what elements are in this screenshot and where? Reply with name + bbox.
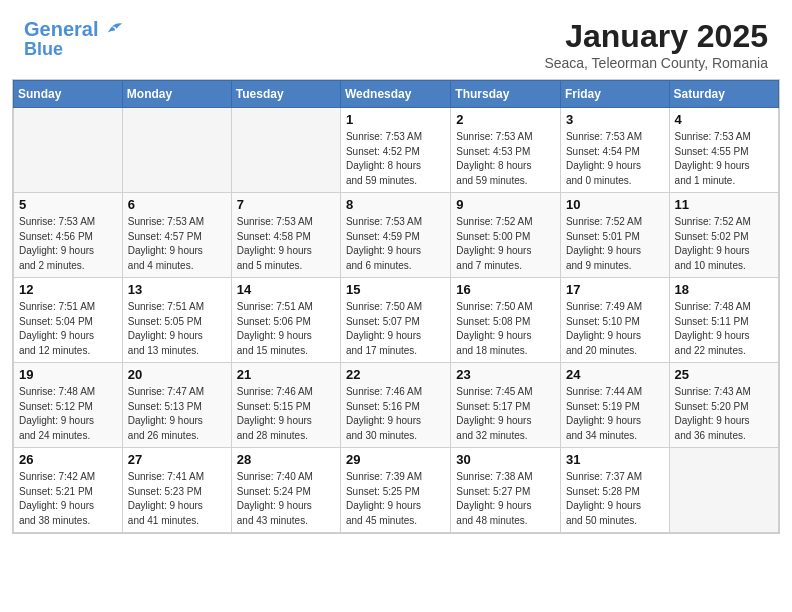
day-number: 2 [456, 112, 555, 127]
week-row-1: 1Sunrise: 7:53 AM Sunset: 4:52 PM Daylig… [14, 108, 779, 193]
weekday-header-thursday: Thursday [451, 81, 561, 108]
day-cell: 13Sunrise: 7:51 AM Sunset: 5:05 PM Dayli… [122, 278, 231, 363]
logo-text: General [24, 18, 124, 40]
day-cell [669, 448, 778, 533]
day-cell: 15Sunrise: 7:50 AM Sunset: 5:07 PM Dayli… [340, 278, 450, 363]
day-cell [122, 108, 231, 193]
day-info: Sunrise: 7:44 AM Sunset: 5:19 PM Dayligh… [566, 385, 664, 443]
month-title: January 2025 [544, 18, 768, 55]
day-number: 6 [128, 197, 226, 212]
day-cell [14, 108, 123, 193]
day-info: Sunrise: 7:53 AM Sunset: 4:57 PM Dayligh… [128, 215, 226, 273]
day-cell: 23Sunrise: 7:45 AM Sunset: 5:17 PM Dayli… [451, 363, 561, 448]
day-info: Sunrise: 7:46 AM Sunset: 5:16 PM Dayligh… [346, 385, 445, 443]
day-info: Sunrise: 7:48 AM Sunset: 5:11 PM Dayligh… [675, 300, 773, 358]
day-cell: 25Sunrise: 7:43 AM Sunset: 5:20 PM Dayli… [669, 363, 778, 448]
day-cell: 6Sunrise: 7:53 AM Sunset: 4:57 PM Daylig… [122, 193, 231, 278]
day-number: 20 [128, 367, 226, 382]
day-number: 27 [128, 452, 226, 467]
day-cell: 10Sunrise: 7:52 AM Sunset: 5:01 PM Dayli… [560, 193, 669, 278]
day-number: 10 [566, 197, 664, 212]
day-cell: 29Sunrise: 7:39 AM Sunset: 5:25 PM Dayli… [340, 448, 450, 533]
day-info: Sunrise: 7:38 AM Sunset: 5:27 PM Dayligh… [456, 470, 555, 528]
day-cell: 17Sunrise: 7:49 AM Sunset: 5:10 PM Dayli… [560, 278, 669, 363]
week-row-3: 12Sunrise: 7:51 AM Sunset: 5:04 PM Dayli… [14, 278, 779, 363]
day-cell: 7Sunrise: 7:53 AM Sunset: 4:58 PM Daylig… [231, 193, 340, 278]
page-header: General Blue January 2025 Seaca, Teleorm… [0, 0, 792, 79]
logo: General Blue [24, 18, 124, 60]
day-info: Sunrise: 7:51 AM Sunset: 5:05 PM Dayligh… [128, 300, 226, 358]
day-cell [231, 108, 340, 193]
day-info: Sunrise: 7:53 AM Sunset: 4:54 PM Dayligh… [566, 130, 664, 188]
week-row-4: 19Sunrise: 7:48 AM Sunset: 5:12 PM Dayli… [14, 363, 779, 448]
day-number: 9 [456, 197, 555, 212]
day-number: 3 [566, 112, 664, 127]
day-number: 30 [456, 452, 555, 467]
day-cell: 2Sunrise: 7:53 AM Sunset: 4:53 PM Daylig… [451, 108, 561, 193]
day-number: 17 [566, 282, 664, 297]
day-cell: 14Sunrise: 7:51 AM Sunset: 5:06 PM Dayli… [231, 278, 340, 363]
weekday-header-saturday: Saturday [669, 81, 778, 108]
day-info: Sunrise: 7:53 AM Sunset: 4:52 PM Dayligh… [346, 130, 445, 188]
day-number: 29 [346, 452, 445, 467]
day-info: Sunrise: 7:50 AM Sunset: 5:07 PM Dayligh… [346, 300, 445, 358]
day-number: 23 [456, 367, 555, 382]
day-info: Sunrise: 7:45 AM Sunset: 5:17 PM Dayligh… [456, 385, 555, 443]
day-info: Sunrise: 7:52 AM Sunset: 5:02 PM Dayligh… [675, 215, 773, 273]
day-number: 4 [675, 112, 773, 127]
weekday-row: SundayMondayTuesdayWednesdayThursdayFrid… [14, 81, 779, 108]
day-number: 18 [675, 282, 773, 297]
day-cell: 11Sunrise: 7:52 AM Sunset: 5:02 PM Dayli… [669, 193, 778, 278]
day-number: 24 [566, 367, 664, 382]
day-cell: 5Sunrise: 7:53 AM Sunset: 4:56 PM Daylig… [14, 193, 123, 278]
day-cell: 31Sunrise: 7:37 AM Sunset: 5:28 PM Dayli… [560, 448, 669, 533]
weekday-header-wednesday: Wednesday [340, 81, 450, 108]
day-number: 22 [346, 367, 445, 382]
day-cell: 16Sunrise: 7:50 AM Sunset: 5:08 PM Dayli… [451, 278, 561, 363]
day-info: Sunrise: 7:53 AM Sunset: 4:55 PM Dayligh… [675, 130, 773, 188]
day-number: 19 [19, 367, 117, 382]
day-cell: 22Sunrise: 7:46 AM Sunset: 5:16 PM Dayli… [340, 363, 450, 448]
calendar-body: 1Sunrise: 7:53 AM Sunset: 4:52 PM Daylig… [14, 108, 779, 533]
day-number: 5 [19, 197, 117, 212]
day-cell: 24Sunrise: 7:44 AM Sunset: 5:19 PM Dayli… [560, 363, 669, 448]
day-info: Sunrise: 7:47 AM Sunset: 5:13 PM Dayligh… [128, 385, 226, 443]
day-info: Sunrise: 7:41 AM Sunset: 5:23 PM Dayligh… [128, 470, 226, 528]
logo-bird-icon [106, 18, 124, 36]
day-cell: 20Sunrise: 7:47 AM Sunset: 5:13 PM Dayli… [122, 363, 231, 448]
day-cell: 18Sunrise: 7:48 AM Sunset: 5:11 PM Dayli… [669, 278, 778, 363]
weekday-header-tuesday: Tuesday [231, 81, 340, 108]
day-info: Sunrise: 7:52 AM Sunset: 5:01 PM Dayligh… [566, 215, 664, 273]
calendar-header: SundayMondayTuesdayWednesdayThursdayFrid… [14, 81, 779, 108]
weekday-header-sunday: Sunday [14, 81, 123, 108]
day-cell: 3Sunrise: 7:53 AM Sunset: 4:54 PM Daylig… [560, 108, 669, 193]
day-info: Sunrise: 7:42 AM Sunset: 5:21 PM Dayligh… [19, 470, 117, 528]
day-cell: 30Sunrise: 7:38 AM Sunset: 5:27 PM Dayli… [451, 448, 561, 533]
day-info: Sunrise: 7:39 AM Sunset: 5:25 PM Dayligh… [346, 470, 445, 528]
day-cell: 8Sunrise: 7:53 AM Sunset: 4:59 PM Daylig… [340, 193, 450, 278]
day-number: 25 [675, 367, 773, 382]
day-number: 21 [237, 367, 335, 382]
location-subtitle: Seaca, Teleorman County, Romania [544, 55, 768, 71]
weekday-header-friday: Friday [560, 81, 669, 108]
day-info: Sunrise: 7:48 AM Sunset: 5:12 PM Dayligh… [19, 385, 117, 443]
weekday-header-monday: Monday [122, 81, 231, 108]
day-info: Sunrise: 7:43 AM Sunset: 5:20 PM Dayligh… [675, 385, 773, 443]
logo-blue: Blue [24, 40, 124, 60]
day-info: Sunrise: 7:51 AM Sunset: 5:06 PM Dayligh… [237, 300, 335, 358]
day-cell: 9Sunrise: 7:52 AM Sunset: 5:00 PM Daylig… [451, 193, 561, 278]
day-number: 31 [566, 452, 664, 467]
day-number: 15 [346, 282, 445, 297]
day-number: 28 [237, 452, 335, 467]
day-info: Sunrise: 7:49 AM Sunset: 5:10 PM Dayligh… [566, 300, 664, 358]
title-area: January 2025 Seaca, Teleorman County, Ro… [544, 18, 768, 71]
day-info: Sunrise: 7:50 AM Sunset: 5:08 PM Dayligh… [456, 300, 555, 358]
day-number: 12 [19, 282, 117, 297]
day-cell: 28Sunrise: 7:40 AM Sunset: 5:24 PM Dayli… [231, 448, 340, 533]
day-info: Sunrise: 7:53 AM Sunset: 4:53 PM Dayligh… [456, 130, 555, 188]
day-number: 14 [237, 282, 335, 297]
day-cell: 27Sunrise: 7:41 AM Sunset: 5:23 PM Dayli… [122, 448, 231, 533]
day-cell: 4Sunrise: 7:53 AM Sunset: 4:55 PM Daylig… [669, 108, 778, 193]
day-info: Sunrise: 7:40 AM Sunset: 5:24 PM Dayligh… [237, 470, 335, 528]
day-info: Sunrise: 7:52 AM Sunset: 5:00 PM Dayligh… [456, 215, 555, 273]
